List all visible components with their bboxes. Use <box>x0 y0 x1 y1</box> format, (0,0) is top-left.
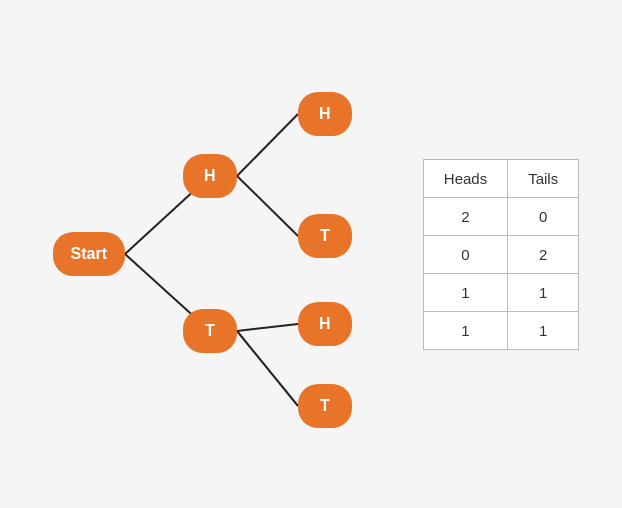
node-th: H <box>298 302 352 346</box>
col-header-heads: Heads <box>423 159 507 197</box>
results-table-container: Heads Tails 20021111 <box>423 159 579 350</box>
cell-r3-c0: 1 <box>423 311 507 349</box>
cell-r3-c1: 1 <box>508 311 579 349</box>
tree-diagram: Start H T H T H T <box>43 44 383 464</box>
svg-line-5 <box>237 331 298 406</box>
cell-r1-c1: 2 <box>508 235 579 273</box>
node-h1: H <box>183 154 237 198</box>
svg-line-4 <box>237 324 298 331</box>
table-row: 20 <box>423 197 578 235</box>
cell-r0-c1: 0 <box>508 197 579 235</box>
cell-r2-c0: 1 <box>423 273 507 311</box>
cell-r0-c0: 2 <box>423 197 507 235</box>
cell-r1-c0: 0 <box>423 235 507 273</box>
svg-line-3 <box>237 176 298 236</box>
table-row: 11 <box>423 273 578 311</box>
node-ht: T <box>298 214 352 258</box>
col-header-tails: Tails <box>508 159 579 197</box>
node-t1: T <box>183 309 237 353</box>
node-start: Start <box>53 232 125 276</box>
node-tt: T <box>298 384 352 428</box>
results-table: Heads Tails 20021111 <box>423 159 579 350</box>
node-hh: H <box>298 92 352 136</box>
table-row: 11 <box>423 311 578 349</box>
cell-r2-c1: 1 <box>508 273 579 311</box>
main-container: Start H T H T H T Heads Tails <box>23 24 599 484</box>
table-row: 02 <box>423 235 578 273</box>
svg-line-2 <box>237 114 298 176</box>
